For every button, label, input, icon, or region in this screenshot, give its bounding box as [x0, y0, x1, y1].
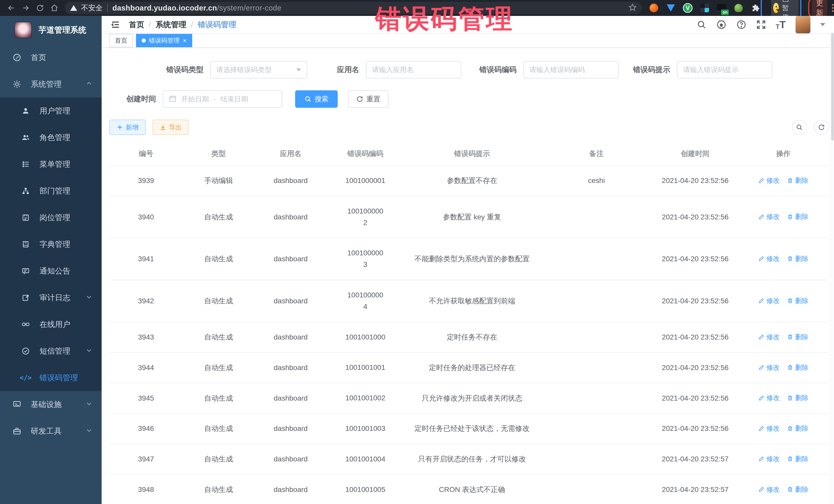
- home-icon[interactable]: [47, 2, 62, 14]
- error-code-input[interactable]: [529, 66, 613, 74]
- extension-gem-icon[interactable]: [666, 3, 676, 13]
- reset-button[interactable]: 重置: [348, 90, 389, 108]
- app-logo-row[interactable]: 芋道管理系统: [0, 16, 102, 44]
- sidebar-item-infrastructure[interactable]: 基础设施: [0, 391, 102, 418]
- sidebar-item-audit-log[interactable]: 审计日志: [0, 284, 102, 311]
- toggle-search-button[interactable]: [792, 120, 807, 135]
- bookmark-star-icon[interactable]: [628, 3, 637, 13]
- delete-link[interactable]: 删除: [787, 254, 809, 263]
- breadcrumb: 首页 / 系统管理 / 错误码管理: [129, 20, 236, 30]
- delete-link[interactable]: 删除: [787, 297, 809, 305]
- sidebar-item-dev-tools[interactable]: 研发工具: [0, 418, 102, 444]
- start-date-placeholder: 开始日期: [181, 94, 209, 104]
- delete-link[interactable]: 删除: [787, 176, 809, 185]
- edit-link[interactable]: 修改: [758, 363, 780, 372]
- error-code-field[interactable]: [523, 61, 619, 79]
- delete-link[interactable]: 删除: [787, 393, 809, 402]
- delete-link[interactable]: 删除: [787, 333, 809, 342]
- breadcrumb-system[interactable]: 系统管理: [155, 20, 186, 30]
- error-hint-field[interactable]: [677, 61, 772, 79]
- sidebar: 芋道管理系统 首页 系统管理 用户管理 角色管理: [0, 16, 102, 504]
- delete-link[interactable]: 删除: [787, 485, 809, 494]
- cell-id: 3943: [109, 322, 183, 353]
- sidebar-item-notices[interactable]: 通知公告: [0, 258, 102, 284]
- sidebar-item-sms[interactable]: 短信管理: [0, 338, 102, 365]
- cell-id: 3939: [109, 166, 183, 196]
- search-button[interactable]: 搜索: [295, 90, 338, 108]
- avatar-dropdown-caret[interactable]: [820, 23, 825, 26]
- sidebar-collapse-icon[interactable]: [110, 20, 120, 30]
- font-size-icon[interactable]: TT: [776, 20, 786, 30]
- sidebar-item-menus[interactable]: 菜单管理: [0, 151, 102, 178]
- extension-squares-icon[interactable]: [700, 3, 710, 13]
- address-bar[interactable]: 不安全 dashboard.yudao.iocoder.cn/system/er…: [65, 2, 642, 14]
- app-name-label: 应用名: [337, 65, 359, 75]
- cell-time: 2021-04-20 23:52:56: [653, 413, 738, 444]
- browser-menu-icon[interactable]: [832, 4, 833, 12]
- search-icon[interactable]: [697, 20, 706, 29]
- cell-code: 1001001002: [327, 383, 404, 413]
- sidebar-item-users[interactable]: 用户管理: [0, 97, 102, 124]
- edit-link[interactable]: 修改: [758, 455, 780, 463]
- refresh-table-button[interactable]: [814, 120, 829, 135]
- date-range-picker[interactable]: 开始日期 - 结束日期: [163, 90, 282, 108]
- cell-type: 自动生成: [183, 238, 255, 280]
- edit-link[interactable]: 修改: [758, 424, 780, 433]
- book-icon: [20, 240, 31, 248]
- sidebar-item-posts[interactable]: 岗位管理: [0, 204, 102, 231]
- help-icon[interactable]: [736, 20, 746, 30]
- extensions-puzzle-icon[interactable]: [750, 3, 761, 13]
- error-hint-input[interactable]: [683, 66, 766, 74]
- edit-link[interactable]: 修改: [758, 254, 780, 263]
- sidebar-item-label: 用户管理: [40, 106, 70, 116]
- insecure-label[interactable]: 不安全: [81, 3, 103, 13]
- extension-v-icon[interactable]: V: [683, 3, 693, 13]
- forward-icon[interactable]: [19, 2, 33, 14]
- table-row: 3947自动生成dashboard1001001004只有开启状态的任务，才可以…: [109, 444, 829, 475]
- cell-type: 自动生成: [183, 196, 255, 238]
- tag-close-icon[interactable]: ×: [183, 37, 186, 44]
- url-text[interactable]: dashboard.yudao.iocoder.cn/system/error-…: [112, 4, 282, 12]
- edit-link[interactable]: 修改: [758, 333, 780, 342]
- edit-link[interactable]: 修改: [758, 176, 780, 185]
- back-icon[interactable]: [4, 2, 19, 14]
- app-name-field[interactable]: [366, 61, 461, 79]
- cell-remark: [540, 196, 653, 238]
- github-icon[interactable]: [716, 20, 726, 30]
- extension-proxy-icon[interactable]: on: [717, 3, 727, 13]
- delete-link[interactable]: 删除: [787, 212, 809, 221]
- edit-link[interactable]: 修改: [758, 485, 780, 494]
- sidebar-item-roles[interactable]: 角色管理: [0, 124, 102, 151]
- extension-orange-icon[interactable]: [649, 3, 659, 13]
- export-button[interactable]: 导出: [152, 119, 189, 135]
- reload-icon[interactable]: [33, 2, 47, 14]
- cell-code: 1001001000: [327, 322, 404, 353]
- add-button[interactable]: 新增: [109, 119, 146, 135]
- user-avatar[interactable]: [795, 16, 810, 34]
- delete-link[interactable]: 删除: [787, 363, 809, 372]
- delete-link[interactable]: 删除: [787, 424, 809, 433]
- app-name-input[interactable]: [372, 66, 455, 74]
- error-type-select[interactable]: 请选择错误码类型: [210, 61, 307, 79]
- sidebar-item-online-users[interactable]: 在线用户: [0, 311, 102, 338]
- delete-link[interactable]: 删除: [787, 455, 809, 463]
- edit-link[interactable]: 修改: [758, 212, 780, 221]
- breadcrumb-home[interactable]: 首页: [129, 20, 144, 30]
- cell-time: 2021-04-20 23:52:56: [653, 280, 738, 322]
- edit-link[interactable]: 修改: [758, 297, 780, 305]
- cell-app: dashboard: [255, 413, 327, 444]
- sidebar-item-system[interactable]: 系统管理: [0, 71, 102, 97]
- sidebar-item-error-code[interactable]: </> 错误码管理: [0, 365, 102, 391]
- sidebar-item-home[interactable]: 首页: [0, 44, 102, 71]
- page-scrollbar[interactable]: [830, 32, 834, 504]
- tag-error-code[interactable]: 错误码管理 ×: [136, 34, 192, 47]
- scrollbar-thumb[interactable]: [831, 33, 834, 140]
- edit-link[interactable]: 修改: [758, 393, 780, 402]
- tag-home[interactable]: 首页: [109, 34, 133, 47]
- search-button-label: 搜索: [314, 94, 328, 104]
- sidebar-item-dictionary[interactable]: 字典管理: [0, 231, 102, 258]
- error-code-label: 错误码编码: [479, 65, 517, 75]
- sidebar-item-departments[interactable]: 部门管理: [0, 178, 102, 204]
- fullscreen-icon[interactable]: [756, 20, 766, 29]
- extension-frog-icon[interactable]: [733, 3, 744, 13]
